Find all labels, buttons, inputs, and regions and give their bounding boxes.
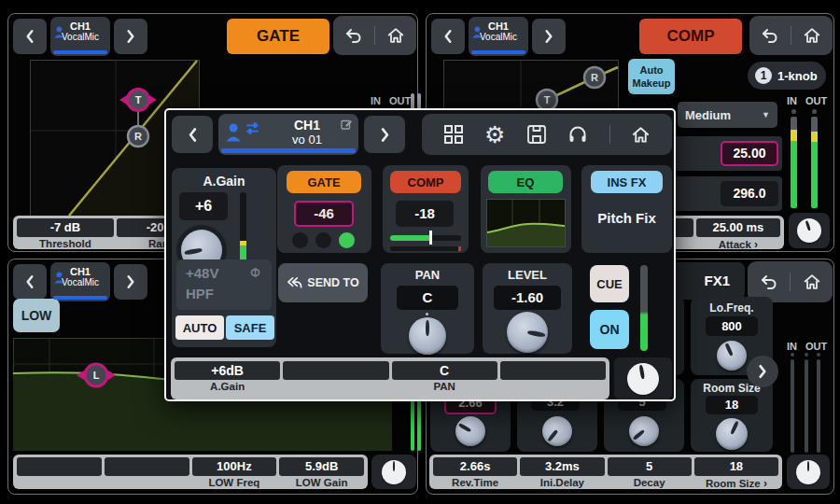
comp-gr-track — [390, 235, 461, 241]
channel-select-button[interactable]: CH1 VocalMic — [50, 262, 110, 301]
home-icon[interactable] — [803, 26, 821, 45]
revtime-knob[interactable] — [455, 416, 485, 446]
param-cell[interactable] — [105, 457, 189, 477]
comp-type-dropdown[interactable]: Medium ▼ — [678, 102, 777, 128]
divider — [791, 26, 791, 45]
views-grid-icon[interactable] — [443, 124, 464, 145]
channel-overview-overlay: CH1 vo 01 ⚙ A.Gain +6 +48V Φ H — [164, 108, 676, 401]
gate-block[interactable]: GATE -46 — [277, 165, 371, 253]
send-to-button[interactable]: SEND TO — [278, 263, 368, 302]
chevron-right-icon — [757, 364, 768, 379]
insfx-button[interactable]: INS FX — [591, 171, 663, 193]
next-channel-button[interactable] — [114, 264, 147, 300]
touch-knob-button[interactable] — [614, 357, 672, 399]
divider — [790, 273, 791, 291]
pan-value[interactable]: C — [397, 286, 458, 310]
auto-gain-button[interactable]: AUTO — [175, 315, 224, 340]
touch-knob-button[interactable] — [789, 213, 830, 248]
param-cell[interactable]: 100HzLOW Freq — [192, 457, 277, 488]
dropdown-arrow-icon: ▼ — [762, 110, 770, 119]
pan-title: PAN — [381, 268, 474, 282]
param-cell[interactable]: CPAN — [392, 361, 497, 392]
insfx-block[interactable]: INS FX Pitch Fix — [581, 165, 672, 253]
comp-threshold-value[interactable]: -18 — [396, 201, 454, 227]
auto-makeup-button[interactable]: AutoMakeup — [628, 59, 675, 94]
param-cell[interactable]: 2.66sRev.Time — [433, 457, 517, 488]
level-knob[interactable] — [507, 312, 548, 353]
level-block: LEVEL -1.60 — [483, 263, 572, 354]
safe-button[interactable]: SAFE — [226, 315, 274, 340]
prev-channel-button[interactable] — [13, 264, 47, 300]
gate-title-button[interactable]: GATE — [227, 19, 329, 54]
eq-low-band-button[interactable]: LOW — [13, 299, 60, 332]
roomsize-knob[interactable] — [716, 418, 748, 450]
one-knob-button[interactable]: 1 1-knob — [748, 62, 826, 90]
prev-channel-button[interactable] — [431, 19, 465, 54]
on-button[interactable]: ON — [590, 310, 629, 349]
pan-knob[interactable] — [409, 317, 446, 355]
param-cell[interactable] — [17, 457, 102, 477]
undo-icon[interactable] — [344, 28, 363, 44]
home-icon[interactable] — [631, 125, 651, 145]
param-cell[interactable]: 18Room Size › — [694, 457, 778, 490]
param-cell[interactable]: 5.9dBLOW Gain — [279, 457, 364, 488]
param-value[interactable]: 800 — [706, 316, 758, 336]
param-cell[interactable]: 5Decay — [608, 457, 692, 488]
touch-knob-button[interactable] — [371, 455, 416, 489]
param-cell[interactable]: +6dBA.Gain — [175, 361, 280, 392]
comp-block[interactable]: COMP -18 — [383, 165, 469, 253]
comp-toolbar — [749, 16, 833, 55]
cue-button[interactable]: CUE — [590, 265, 629, 302]
param-cell[interactable]: 25.00 msAttack › — [696, 218, 780, 251]
lofreq-knob[interactable] — [717, 341, 747, 371]
param-value[interactable]: 18 — [706, 396, 758, 414]
next-channel-button[interactable] — [364, 116, 405, 153]
save-icon[interactable] — [526, 124, 547, 145]
channel-color-bar — [471, 50, 525, 54]
gate-button[interactable]: GATE — [287, 171, 361, 193]
input-options-panel[interactable]: +48V Φ HPF — [176, 259, 272, 310]
gate-threshold-value[interactable]: -46 — [294, 201, 354, 227]
next-channel-button[interactable] — [114, 19, 147, 54]
next-channel-button[interactable] — [532, 19, 566, 54]
fx-in-meter — [791, 359, 794, 453]
comp-title-button[interactable]: COMP — [639, 19, 742, 54]
prev-channel-button[interactable] — [13, 19, 47, 54]
inidelay-knob[interactable] — [542, 416, 572, 446]
again-value[interactable]: +6 — [179, 192, 228, 220]
decay-knob[interactable] — [629, 416, 659, 446]
divider — [609, 125, 610, 144]
param-cell[interactable] — [500, 361, 606, 381]
comp-gr-fill — [390, 235, 431, 241]
next-params-button[interactable] — [747, 356, 778, 387]
comp-ratio-handle[interactable]: R — [584, 67, 605, 88]
home-icon[interactable] — [386, 26, 405, 45]
undo-icon[interactable] — [761, 28, 779, 44]
headphones-icon[interactable] — [567, 124, 588, 145]
comp-threshold-handle[interactable]: T — [537, 90, 557, 110]
prev-channel-button[interactable] — [172, 116, 213, 153]
channel-name: CH1 — [469, 21, 528, 32]
touch-knob-button[interactable] — [787, 455, 830, 489]
gate-range-handle[interactable]: R — [128, 126, 148, 147]
channel-name: CH1 — [50, 266, 110, 277]
channel-color-bar — [53, 296, 107, 300]
comp-param-value[interactable]: 296.0 — [721, 181, 778, 206]
comp-button[interactable]: COMP — [390, 171, 461, 193]
param-cell[interactable]: -7 dBThreshold — [17, 218, 114, 249]
send-to-icon — [287, 276, 302, 289]
level-value[interactable]: -1.60 — [494, 286, 561, 310]
fader-icon — [245, 120, 260, 136]
comp-param-value-selected[interactable]: 25.00 — [721, 141, 778, 166]
param-cell[interactable] — [283, 361, 388, 381]
channel-select-button[interactable]: CH1 vo 01 — [218, 114, 358, 155]
channel-select-button[interactable]: CH1 VocalMic — [50, 17, 110, 56]
undo-icon[interactable] — [760, 274, 778, 290]
eq-button[interactable]: EQ — [488, 171, 563, 193]
param-cell[interactable]: 3.2msIni.Delay — [520, 457, 604, 488]
gear-icon[interactable]: ⚙ — [484, 123, 505, 147]
channel-select-button[interactable]: CH1 VocalMic — [469, 17, 528, 56]
home-icon[interactable] — [803, 273, 821, 291]
again-block: A.Gain +6 +48V Φ HPF AUTO SAFE — [172, 168, 276, 347]
eq-block[interactable]: EQ — [481, 165, 571, 253]
